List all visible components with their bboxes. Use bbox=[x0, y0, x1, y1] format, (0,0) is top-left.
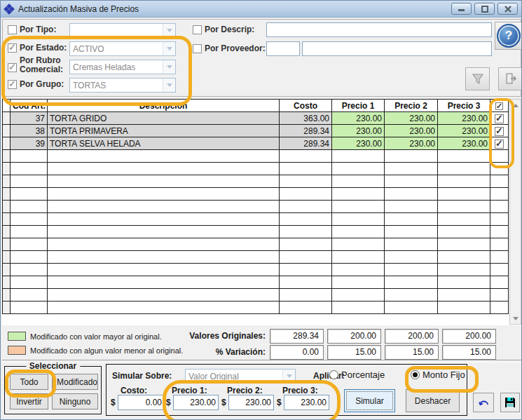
por-proveedor-label: Por Proveedor: bbox=[205, 43, 266, 53]
table-row-empty[interactable] bbox=[3, 302, 509, 314]
table-row-empty[interactable] bbox=[3, 201, 509, 213]
cell-descripcion[interactable]: TORTA GRIDO bbox=[48, 112, 280, 125]
save-button[interactable] bbox=[500, 393, 520, 412]
por-proveedor-checkbox[interactable] bbox=[193, 44, 202, 53]
seleccionar-title: Seleccionar bbox=[26, 361, 80, 371]
simular-sobre-dropdown[interactable]: Valor Original bbox=[185, 369, 296, 384]
cell-descripcion[interactable]: TORTA SELVA HELADA bbox=[48, 137, 280, 150]
cell-precio2[interactable]: 230.00 bbox=[385, 137, 438, 150]
col-header-precio1[interactable]: Precio 1 bbox=[332, 100, 385, 112]
simular-button[interactable]: Simular bbox=[344, 389, 395, 412]
table-row-empty[interactable] bbox=[3, 276, 509, 289]
window-controls bbox=[451, 3, 518, 15]
todo-button[interactable]: Todo bbox=[10, 374, 48, 390]
porcentaje-radio[interactable] bbox=[329, 370, 338, 379]
por-rubro-checkbox[interactable] bbox=[8, 63, 17, 72]
por-tipo-checkbox[interactable] bbox=[8, 25, 17, 34]
precio2-input[interactable] bbox=[228, 395, 274, 410]
por-grupo-label: Por Grupo: bbox=[20, 79, 64, 89]
col-header-cod-art[interactable]: Cod Art. bbox=[11, 100, 48, 112]
cell-precio3[interactable]: 230.00 bbox=[438, 137, 490, 150]
table-row[interactable]: 38 TORTA PRIMAVERA 289.34 230.00 230.00 … bbox=[3, 125, 509, 137]
simular-sobre-value: Valor Original bbox=[186, 372, 282, 381]
table-row-empty[interactable] bbox=[3, 264, 509, 276]
deshacer-button[interactable]: Deshacer bbox=[406, 389, 460, 412]
exit-button[interactable] bbox=[498, 67, 522, 90]
cell-costo[interactable]: 289.34 bbox=[280, 137, 332, 150]
col-header-costo[interactable]: Costo bbox=[280, 100, 332, 112]
por-grupo-checkbox[interactable] bbox=[8, 80, 17, 89]
ninguno-button[interactable]: Ninguno bbox=[52, 393, 98, 409]
close-button[interactable] bbox=[497, 3, 518, 15]
cell-cod[interactable]: 37 bbox=[11, 112, 48, 125]
cell-precio3[interactable]: 230.00 bbox=[438, 112, 490, 125]
scroll-down-icon[interactable] bbox=[510, 313, 521, 324]
table-row-empty[interactable] bbox=[3, 163, 509, 175]
valor-original-precio2: 200.00 bbox=[385, 329, 439, 344]
cell-costo[interactable]: 289.34 bbox=[280, 125, 332, 137]
proveedor-name-input[interactable] bbox=[302, 41, 492, 56]
cell-cod[interactable]: 39 bbox=[11, 137, 48, 150]
table-row-empty[interactable] bbox=[3, 213, 509, 226]
cell-precio1[interactable]: 230.00 bbox=[332, 125, 385, 137]
costo-input[interactable] bbox=[118, 395, 165, 410]
col-header-precio3[interactable]: Precio 3 bbox=[438, 100, 490, 112]
cell-precio1[interactable]: 230.00 bbox=[332, 137, 385, 150]
valores-originales-label: Valores Originales: bbox=[125, 331, 266, 341]
cell-descripcion[interactable]: TORTA PRIMAVERA bbox=[48, 125, 280, 137]
row-checkbox[interactable] bbox=[495, 127, 504, 136]
filter-button[interactable] bbox=[465, 67, 490, 90]
undo-button[interactable] bbox=[473, 393, 494, 412]
grid-vertical-scrollbar[interactable] bbox=[509, 99, 521, 325]
scroll-up-icon[interactable] bbox=[510, 100, 521, 111]
table-row-empty[interactable] bbox=[3, 238, 509, 251]
invertir-button[interactable]: Invertir bbox=[10, 393, 48, 409]
table-row-empty[interactable] bbox=[3, 150, 509, 163]
select-all-checkbox[interactable] bbox=[495, 102, 503, 110]
table-row[interactable]: 37 TORTA GRIDO 363.00 230.00 230.00 230.… bbox=[3, 112, 509, 125]
titlebar[interactable]: Actualización Masiva de Precios bbox=[1, 1, 521, 18]
cell-precio1[interactable]: 230.00 bbox=[332, 112, 385, 125]
maximize-button[interactable] bbox=[474, 3, 495, 15]
minimize-button[interactable] bbox=[451, 3, 472, 15]
table-row-empty[interactable] bbox=[3, 188, 509, 201]
row-checkbox[interactable] bbox=[495, 114, 504, 123]
cell-precio3[interactable]: 230.00 bbox=[438, 125, 490, 137]
por-descrip-checkbox[interactable] bbox=[193, 25, 202, 34]
precio2-currency: $ bbox=[221, 398, 226, 407]
filter-funnel-icon bbox=[472, 74, 484, 85]
por-estado-dropdown[interactable]: ACTIVO bbox=[69, 41, 176, 56]
legend-salmon-swatch bbox=[8, 346, 26, 355]
porcentaje-radio-label[interactable]: Porcentaje bbox=[341, 370, 385, 380]
monto-fijo-radio[interactable] bbox=[411, 370, 420, 379]
table-row-empty[interactable] bbox=[3, 226, 509, 238]
col-header-precio2[interactable]: Precio 2 bbox=[385, 100, 438, 112]
proveedor-code-input[interactable] bbox=[266, 41, 300, 56]
cell-costo[interactable]: 363.00 bbox=[280, 112, 332, 125]
por-tipo-label: Por Tipo: bbox=[20, 25, 56, 34]
costo-currency: $ bbox=[111, 398, 116, 407]
table-row-empty[interactable] bbox=[3, 289, 509, 302]
por-grupo-dropdown[interactable]: TORTAS bbox=[69, 78, 176, 93]
cell-precio2[interactable]: 230.00 bbox=[385, 112, 438, 125]
precio3-input[interactable] bbox=[284, 395, 329, 410]
por-rubro-dropdown[interactable]: Cremas Heladas bbox=[69, 60, 176, 74]
table-row-empty[interactable] bbox=[3, 175, 509, 188]
row-checkbox[interactable] bbox=[495, 140, 504, 149]
cell-cod[interactable]: 38 bbox=[11, 125, 48, 137]
table-row[interactable]: 39 TORTA SELVA HELADA 289.34 230.00 230.… bbox=[3, 137, 509, 150]
variacion-precio2: 15.00 bbox=[385, 345, 439, 360]
precio1-input[interactable] bbox=[173, 395, 219, 410]
por-tipo-dropdown[interactable] bbox=[69, 23, 176, 38]
modificado-button[interactable]: Modificado bbox=[52, 374, 98, 390]
variacion-precio1: 15.00 bbox=[327, 345, 381, 360]
simular-sobre-label: Simular Sobre: bbox=[112, 371, 172, 381]
por-estado-checkbox[interactable] bbox=[8, 43, 17, 53]
col-header-select-all[interactable] bbox=[490, 100, 509, 112]
table-row-empty[interactable] bbox=[3, 251, 509, 264]
monto-fijo-radio-label[interactable]: Monto Fijo bbox=[423, 370, 465, 380]
por-descrip-input[interactable] bbox=[266, 22, 492, 37]
cell-precio2[interactable]: 230.00 bbox=[385, 125, 438, 137]
help-button[interactable]: ? bbox=[495, 22, 522, 50]
col-header-descripcion[interactable]: Descripción bbox=[48, 100, 280, 112]
